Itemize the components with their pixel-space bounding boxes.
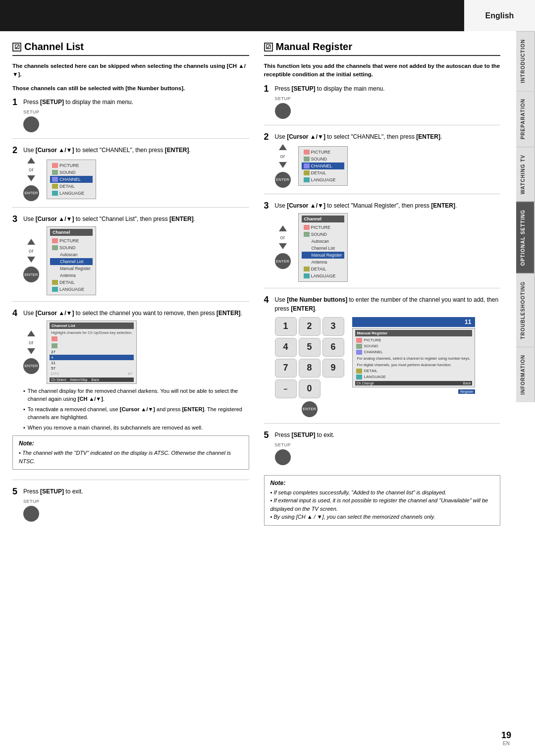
cl-step3-visual: or ENTER Channel PICTURE SOUND Autoscan …: [23, 226, 249, 295]
bullet-item: • To reactivate a removed channel, use […: [23, 405, 249, 422]
mr-screen-area: 11 Manual Register PICTURE SOUND: [352, 317, 476, 417]
mr-main-menu-screen: PICTURE SOUND CHANNEL DETAIL LANGUAGE: [298, 146, 348, 186]
mr-enter-button[interactable]: ENTER: [275, 172, 291, 188]
cl-step4: 4 Use [Cursor ▲/▼] to select the channel…: [12, 309, 249, 481]
channel-list-title: ☑ Channel List: [12, 41, 249, 56]
mr-intro: This function lets you add the channels …: [264, 62, 501, 79]
mr-cursor-group: or ENTER: [275, 144, 291, 188]
mr-step5-visual: SETUP: [275, 442, 501, 465]
num-btn-1[interactable]: 1: [275, 317, 297, 336]
num-btn-5[interactable]: 5: [299, 338, 321, 357]
num-btn-0[interactable]: 0: [299, 379, 321, 398]
setup-button2[interactable]: [23, 506, 39, 522]
mr-step4-visual: 1 2 3 4 5 6 7 8 9 – 0: [275, 317, 501, 417]
channel-num-display: 11: [352, 317, 476, 327]
cursor-up-icon[interactable]: [27, 158, 35, 163]
side-tab-optional[interactable]: OPTIONAL SETTING: [516, 202, 535, 273]
num-btn-dash[interactable]: –: [275, 379, 297, 398]
enter-button2[interactable]: ENTER: [23, 267, 39, 282]
main-menu-screen: PICTURE SOUND CHANNEL DETAIL LANGUAGE: [47, 160, 96, 199]
cursor-group2: or ENTER: [23, 239, 39, 282]
cursor-up3-icon[interactable]: [27, 330, 35, 336]
cursor-group: or ENTER: [23, 158, 39, 201]
cursor-group3: or ENTER: [23, 330, 39, 374]
channel-submenu-screen: Channel PICTURE SOUND Autoscan Channel L…: [47, 226, 96, 295]
mr-step2-visual: or ENTER PICTURE SOUND CHANNEL DETAIL LA…: [275, 144, 501, 188]
enter-button3[interactable]: ENTER: [23, 358, 39, 374]
side-tab-watching[interactable]: WATCHING TV: [516, 147, 535, 202]
num-btn-7[interactable]: 7: [275, 359, 297, 378]
manual-register-section: ☑ Manual Register This function lets you…: [264, 41, 501, 535]
side-tab-troubleshooting[interactable]: TROUBLESHOOTING: [516, 273, 535, 347]
mr-cursor-group2: or ENTER: [275, 225, 291, 269]
num-btn-6[interactable]: 6: [322, 338, 344, 357]
enter-button[interactable]: ENTER: [23, 185, 39, 201]
mr-step5: 5 Press [SETUP] to exit. SETUP: [264, 431, 501, 471]
manual-register-title: ☑ Manual Register: [264, 41, 501, 56]
mr-setup-button2[interactable]: [275, 449, 291, 465]
top-bar: English: [0, 0, 535, 31]
cursor-down2-icon[interactable]: [27, 257, 35, 263]
channel-list-screen: Channel List Highlight channels for Ch U…: [47, 321, 137, 384]
page-en: EN: [501, 741, 511, 746]
cl-step5-visual: SETUP: [23, 499, 249, 522]
register-button[interactable]: Register: [458, 389, 475, 394]
mr-step3-visual: or ENTER Channel PICTURE SOUND Autoscan …: [275, 213, 501, 282]
numpad-area: 1 2 3 4 5 6 7 8 9 – 0: [275, 317, 344, 417]
mr-cursor-up2-icon[interactable]: [279, 225, 287, 231]
channel-list-intro2: Those channels can still be selected wit…: [12, 84, 249, 93]
mr-cursor-up-icon[interactable]: [279, 144, 287, 150]
mr-step1-visual: SETUP: [275, 96, 501, 119]
page-number: 19: [501, 730, 511, 741]
cl-step4-visual: or ENTER Channel List Highlight channels…: [23, 321, 249, 384]
setup-button[interactable]: [23, 116, 39, 132]
cl-step2: 2 Use [Cursor ▲/▼] to select "CHANNEL", …: [12, 146, 249, 208]
cl-step2-visual: or ENTER PICTURE SOUND CHANNEL DETAIL LA…: [23, 158, 249, 201]
cl-step3: 3 Use [Cursor ▲/▼] to select "Channel Li…: [12, 215, 249, 302]
cursor-down3-icon[interactable]: [27, 348, 35, 354]
side-tab-information[interactable]: INFORMATION: [516, 347, 535, 402]
mr-step1: 1 Press [SETUP] to display the main menu…: [264, 84, 501, 125]
num-btn-3[interactable]: 3: [322, 317, 344, 336]
mr-step4: 4 Use [the Number buttons] to enter the …: [264, 295, 501, 424]
mr-setup-btn: SETUP: [275, 96, 291, 119]
language-tab[interactable]: English: [464, 0, 535, 31]
channel-list-section: ☑ Channel List The channels selected her…: [12, 41, 249, 535]
side-tab-preparation[interactable]: PREPARATION: [516, 91, 535, 147]
mr-channel-submenu: Channel PICTURE SOUND Autoscan Channel L…: [298, 213, 348, 282]
mr-enter-button2[interactable]: ENTER: [275, 253, 291, 269]
mr-enter-button3[interactable]: ENTER: [302, 401, 318, 417]
mr-cursor-down2-icon[interactable]: [279, 243, 287, 249]
mr-cursor-down-icon[interactable]: [279, 162, 287, 168]
bullet-item: • The channel display for the removed ch…: [23, 387, 249, 403]
mr-setup-btn2: SETUP: [275, 442, 291, 465]
side-tabs: INTRODUCTION PREPARATION WATCHING TV OPT…: [516, 31, 535, 402]
setup-btn-group2: SETUP: [23, 499, 40, 522]
cursor-up2-icon[interactable]: [27, 239, 35, 245]
cl-note-box: Note: • The channel with the "DTV" indic…: [12, 435, 249, 470]
checkbox-icon2: ☑: [264, 43, 273, 52]
num-btn-8[interactable]: 8: [299, 359, 321, 378]
side-tab-introduction[interactable]: INTRODUCTION: [516, 31, 535, 91]
mr-step2: 2 Use [Cursor ▲/▼] to select "CHANNEL", …: [264, 132, 501, 194]
cl-step1: 1 Press [SETUP] to display the main menu…: [12, 98, 249, 139]
cl-step1-visual: SETUP: [23, 109, 249, 132]
mr-note-box: Note: • If setup completes successfully,…: [264, 475, 501, 526]
setup-btn-group: SETUP: [23, 109, 40, 132]
num-btn-2[interactable]: 2: [299, 317, 321, 336]
checkbox-icon: ☑: [12, 43, 21, 52]
cursor-down-icon[interactable]: [27, 175, 35, 181]
channel-list-intro1: The channels selected here can be skippe…: [12, 62, 249, 79]
manual-reg-screen: Manual Register PICTURE SOUND CHANNEL: [352, 328, 476, 387]
page-number-area: 19 EN: [501, 730, 511, 746]
main-content: ☑ Channel List The channels selected her…: [0, 31, 515, 544]
mr-setup-button[interactable]: [275, 103, 291, 119]
bullet-item: • When you remove a main channel, its su…: [23, 424, 249, 432]
cl-step5: 5 Press [SETUP] to exit. SETUP: [12, 487, 249, 528]
mr-step3: 3 Use [Cursor ▲/▼] to select "Manual Reg…: [264, 201, 501, 288]
cl-bullets: • The channel display for the removed ch…: [23, 387, 249, 432]
num-btn-9[interactable]: 9: [322, 359, 344, 378]
num-btn-4[interactable]: 4: [275, 338, 297, 357]
